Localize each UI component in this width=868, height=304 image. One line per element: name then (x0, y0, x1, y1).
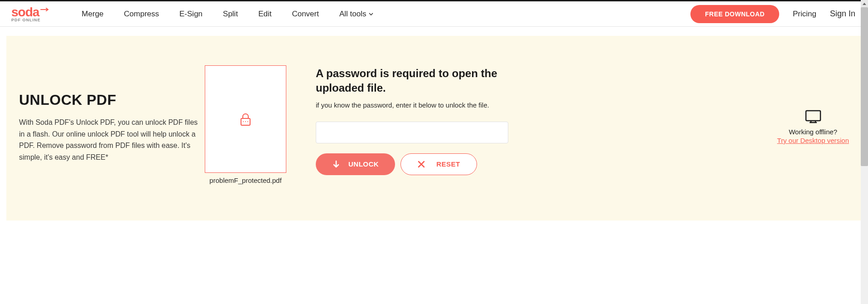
close-icon (417, 160, 425, 168)
password-heading: A password is required to open the uploa… (316, 66, 508, 96)
signin-link[interactable]: Sign In (830, 9, 855, 19)
file-section: problemF_protected.pdf (205, 65, 286, 184)
offline-text: Working offline? (789, 128, 837, 136)
nav-convert[interactable]: Convert (292, 10, 319, 19)
download-arrow-icon (332, 160, 340, 168)
reset-button[interactable]: RESET (400, 153, 477, 175)
desktop-version-link[interactable]: Try our Desktop version (777, 137, 849, 144)
logo-text: soda (11, 6, 39, 19)
password-section: A password is required to open the uploa… (316, 65, 508, 175)
unlock-button-label: UNLOCK (348, 160, 379, 168)
scrollbar-thumb[interactable] (861, 7, 868, 166)
lock-icon (240, 113, 251, 126)
pricing-link[interactable]: Pricing (793, 10, 816, 19)
svg-point-1 (243, 121, 244, 122)
file-preview[interactable] (205, 65, 286, 173)
button-row: UNLOCK RESET (316, 153, 508, 175)
svg-rect-4 (806, 111, 820, 121)
svg-point-2 (245, 121, 246, 122)
free-download-button[interactable]: FREE DOWNLOAD (690, 5, 779, 23)
main-nav: Merge Compress E-Sign Split Edit Convert… (82, 10, 690, 19)
header-right: FREE DOWNLOAD Pricing Sign In (690, 5, 859, 23)
page-title: UNLOCK PDF (19, 92, 200, 108)
main-content: UNLOCK PDF With Soda PDF's Unlock PDF, y… (6, 36, 862, 221)
nav-merge[interactable]: Merge (82, 10, 103, 19)
file-name: problemF_protected.pdf (209, 177, 281, 184)
svg-point-3 (247, 121, 248, 122)
left-section: UNLOCK PDF With Soda PDF's Unlock PDF, y… (19, 65, 200, 163)
nav-compress[interactable]: Compress (124, 10, 159, 19)
password-hint: if you know the password, enter it below… (316, 101, 508, 109)
monitor-icon (805, 110, 821, 123)
nav-alltools[interactable]: All tools (339, 10, 374, 19)
logo[interactable]: soda PDF ONLINE (11, 6, 50, 22)
scrollbar[interactable] (861, 0, 868, 221)
reset-button-label: RESET (436, 160, 460, 168)
offline-section: Working offline? Try our Desktop version (777, 110, 849, 144)
scrollbar-up-arrow[interactable] (861, 0, 868, 7)
nav-split[interactable]: Split (223, 10, 238, 19)
nav-edit[interactable]: Edit (258, 10, 271, 19)
logo-arrow-icon (40, 5, 50, 14)
nav-esign[interactable]: E-Sign (179, 10, 203, 19)
chevron-down-icon (369, 13, 373, 15)
page-description: With Soda PDF's Unlock PDF, you can unlo… (19, 117, 200, 163)
unlock-button[interactable]: UNLOCK (316, 153, 395, 175)
nav-alltools-label: All tools (339, 10, 366, 19)
password-input[interactable] (316, 122, 508, 143)
header: soda PDF ONLINE Merge Compress E-Sign Sp… (0, 1, 868, 27)
